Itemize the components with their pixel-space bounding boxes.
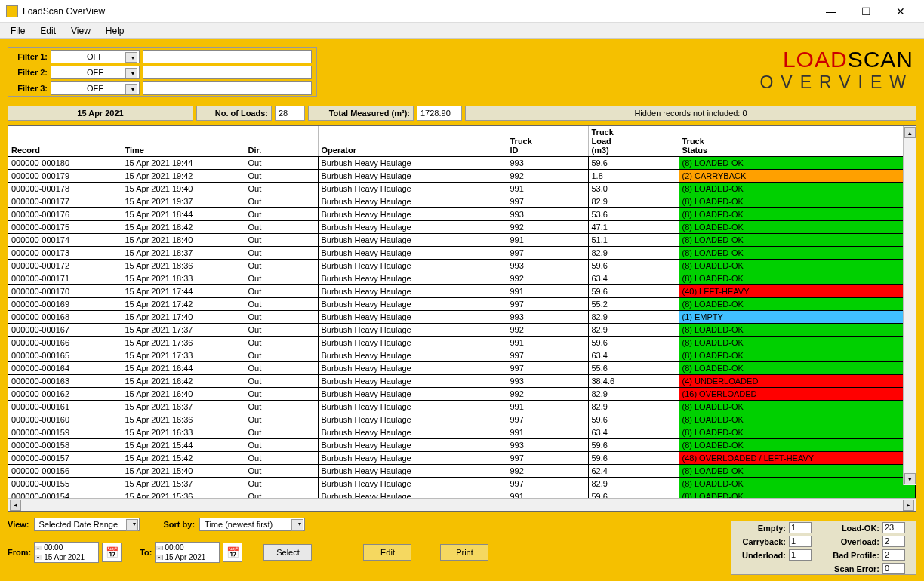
scroll-up-icon[interactable]: ▴ (904, 127, 916, 138)
table-row[interactable]: 000000-00018015 Apr 2021 19:44OutBurbush… (8, 157, 916, 170)
table-row[interactable]: 000000-00017315 Apr 2021 18:37OutBurbush… (8, 247, 916, 260)
table-row[interactable]: 000000-00015615 Apr 2021 15:40OutBurbush… (8, 465, 916, 478)
table-row[interactable]: 000000-00017515 Apr 2021 18:42OutBurbush… (8, 221, 916, 234)
table-row[interactable]: 000000-00015415 Apr 2021 15:36OutBurbush… (8, 490, 916, 499)
cell-l: 47.1 (588, 221, 679, 234)
table-row[interactable]: 000000-00015515 Apr 2021 15:37OutBurbush… (8, 478, 916, 490)
stat-empty-label: Empty: (733, 524, 786, 533)
cell-status: (8) LOADED-OK (679, 465, 916, 478)
table-row[interactable]: 000000-00016815 Apr 2021 17:40OutBurbush… (8, 311, 916, 324)
scroll-right-icon[interactable]: ▸ (903, 500, 914, 511)
cell-o: Burbush Heavy Haulage (318, 208, 507, 221)
cell-status: (8) LOADED-OK (679, 413, 916, 426)
col-truck-load[interactable]: Truck Load (m3) (588, 126, 679, 157)
menu-edit[interactable]: Edit (32, 24, 63, 38)
to-datetime[interactable]: ▴ ▾ (155, 542, 220, 563)
table-row[interactable]: 000000-00015815 Apr 2021 15:44OutBurbush… (8, 439, 916, 452)
filter1-text[interactable] (143, 50, 312, 63)
cell-o: Burbush Heavy Haulage (318, 247, 507, 260)
cell-id: 997 (507, 195, 588, 208)
scroll-down-icon[interactable]: ▾ (904, 473, 916, 484)
table-row[interactable]: 000000-00017115 Apr 2021 18:33OutBurbush… (8, 272, 916, 285)
view-label: View: (8, 520, 29, 529)
from-date-input[interactable] (42, 553, 98, 562)
calendar-icon[interactable]: 📅 (223, 543, 242, 562)
from-time-input[interactable] (42, 543, 98, 552)
minimize-button[interactable]: — (814, 0, 849, 23)
cell-t: 15 Apr 2021 18:44 (122, 208, 245, 221)
table-row[interactable]: 000000-00016115 Apr 2021 16:37OutBurbush… (8, 401, 916, 413)
cell-status: (8) LOADED-OK (679, 272, 916, 285)
col-dir[interactable]: Dir. (245, 126, 318, 157)
from-datetime[interactable]: ▴ ▾ (34, 542, 99, 563)
stat-carryback-label: Carryback: (733, 537, 786, 546)
filter3-label: Filter 3: (13, 84, 51, 93)
cell-status: (4) UNDERLOADED (679, 375, 916, 388)
table-row[interactable]: 000000-00016215 Apr 2021 16:40OutBurbush… (8, 388, 916, 401)
table-row[interactable]: 000000-00016015 Apr 2021 16:36OutBurbush… (8, 413, 916, 426)
records-table: Record Time Dir. Operator Truck ID Truck… (8, 126, 916, 498)
col-record[interactable]: Record (8, 126, 122, 157)
table-row[interactable]: 000000-00015915 Apr 2021 16:33OutBurbush… (8, 426, 916, 439)
table-row[interactable]: 000000-00017215 Apr 2021 18:36OutBurbush… (8, 260, 916, 272)
table-row[interactable]: 000000-00016415 Apr 2021 16:44OutBurbush… (8, 362, 916, 375)
horizontal-scrollbar[interactable]: ◂ ▸ (8, 498, 916, 511)
filter-panel: Filter 1: OFF▾ Filter 2: OFF▾ Filter 3: … (8, 47, 317, 97)
filter1-select[interactable]: OFF▾ (51, 50, 140, 63)
cell-t: 15 Apr 2021 17:36 (122, 337, 245, 349)
cell-o: Burbush Heavy Haulage (318, 401, 507, 413)
cell-status: (8) LOADED-OK (679, 247, 916, 260)
table-row[interactable]: 000000-00016715 Apr 2021 17:37OutBurbush… (8, 324, 916, 337)
cell-id: 991 (507, 183, 588, 195)
table-row[interactable]: 000000-00017815 Apr 2021 19:40OutBurbush… (8, 183, 916, 195)
to-time-input[interactable] (163, 543, 219, 552)
to-date-input[interactable] (163, 553, 219, 562)
print-button[interactable]: Print (440, 544, 488, 561)
table-row[interactable]: 000000-00017015 Apr 2021 17:44OutBurbush… (8, 285, 916, 298)
stat-overload-label: Overload: (815, 537, 879, 546)
filter3-select[interactable]: OFF▾ (51, 81, 140, 95)
calendar-icon[interactable]: 📅 (102, 543, 122, 562)
filter2-select[interactable]: OFF▾ (51, 66, 140, 79)
table-row[interactable]: 000000-00016515 Apr 2021 17:33OutBurbush… (8, 349, 916, 362)
cell-l: 62.4 (588, 465, 679, 478)
cell-d: Out (245, 413, 318, 426)
cell-id: 997 (507, 298, 588, 311)
sort-select[interactable]: Time (newest first)▾ (199, 518, 305, 531)
menu-file[interactable]: File (3, 24, 32, 38)
cell-status: (8) LOADED-OK (679, 260, 916, 272)
close-button[interactable]: ✕ (883, 0, 918, 23)
table-row[interactable]: 000000-00016315 Apr 2021 16:42OutBurbush… (8, 375, 916, 388)
col-truck-status[interactable]: Truck Status (679, 126, 916, 157)
select-button[interactable]: Select (263, 544, 312, 561)
col-operator[interactable]: Operator (318, 126, 507, 157)
table-row[interactable]: 000000-00017415 Apr 2021 18:40OutBurbush… (8, 234, 916, 247)
vertical-scrollbar[interactable]: ▴ ▾ (903, 126, 916, 485)
title-bar: LoadScan OverView — ☐ ✕ (0, 0, 924, 23)
cell-r: 000000-000169 (8, 298, 122, 311)
filter2-text[interactable] (143, 66, 312, 79)
cell-id: 992 (507, 324, 588, 337)
table-row[interactable]: 000000-00015715 Apr 2021 15:42OutBurbush… (8, 452, 916, 465)
cell-l: 82.9 (588, 324, 679, 337)
edit-button[interactable]: Edit (363, 544, 411, 561)
cell-o: Burbush Heavy Haulage (318, 298, 507, 311)
table-row[interactable]: 000000-00017715 Apr 2021 19:37OutBurbush… (8, 195, 916, 208)
cell-d: Out (245, 452, 318, 465)
maximize-button[interactable]: ☐ (849, 0, 883, 23)
col-truck-id[interactable]: Truck ID (507, 126, 588, 157)
menu-help[interactable]: Help (98, 24, 132, 38)
table-row[interactable]: 000000-00017915 Apr 2021 19:42OutBurbush… (8, 170, 916, 183)
col-time[interactable]: Time (122, 126, 245, 157)
cell-d: Out (245, 324, 318, 337)
scroll-left-icon[interactable]: ◂ (10, 500, 21, 511)
filter3-text[interactable] (143, 81, 312, 95)
chevron-down-icon: ▾ (133, 521, 136, 527)
table-row[interactable]: 000000-00016615 Apr 2021 17:36OutBurbush… (8, 337, 916, 349)
table-row[interactable]: 000000-00017615 Apr 2021 18:44OutBurbush… (8, 208, 916, 221)
cell-t: 15 Apr 2021 15:42 (122, 452, 245, 465)
menu-view[interactable]: View (63, 24, 98, 38)
table-row[interactable]: 000000-00016915 Apr 2021 17:42OutBurbush… (8, 298, 916, 311)
view-select[interactable]: Selected Date Range▾ (34, 518, 140, 531)
filter2-label: Filter 2: (13, 68, 51, 77)
